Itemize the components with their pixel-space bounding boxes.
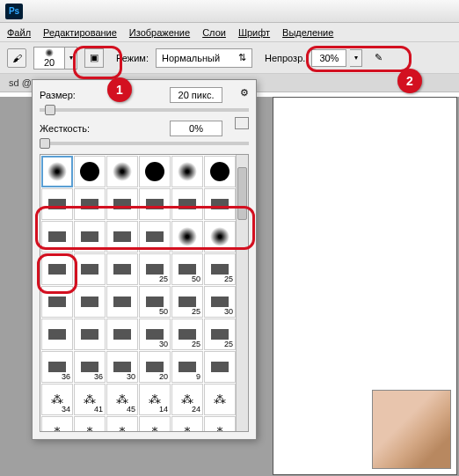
brush-panel-toggle[interactable]: ▣ — [84, 48, 104, 68]
gear-icon[interactable]: ⚙ — [240, 87, 249, 99]
brush-size-label: 9 — [196, 372, 200, 381]
menu-edit[interactable]: Редактирование — [43, 27, 117, 38]
brush-preset-cell[interactable]: ⁂ — [204, 384, 236, 415]
brush-preset-cell[interactable]: ⁂41 — [74, 384, 106, 415]
brush-preset-cell[interactable]: ⁂45 — [106, 384, 138, 415]
brush-preset-cell[interactable]: ⁂59 — [139, 416, 171, 431]
brush-preset-cell[interactable] — [139, 156, 171, 187]
brush-size-label: 50 — [159, 307, 168, 316]
size-slider[interactable] — [40, 108, 249, 112]
brush-preset-cell[interactable] — [74, 319, 106, 350]
brush-preset-cell[interactable]: 30 — [204, 286, 236, 318]
brush-preset-cell[interactable]: ⁂17 — [204, 416, 236, 431]
new-brush-icon[interactable] — [235, 117, 249, 129]
hardness-input[interactable] — [170, 121, 222, 136]
brush-size-label: 25 — [192, 340, 200, 348]
brush-thumb-icon: ⁂ — [51, 425, 63, 431]
brush-preset-cell[interactable]: ⁂24 — [171, 384, 203, 415]
menu-layers[interactable]: Слои — [202, 27, 226, 38]
brush-preset-cell[interactable] — [106, 156, 138, 187]
brush-thumb-icon — [113, 264, 131, 275]
brush-preset-cell[interactable]: 30 — [106, 351, 138, 383]
brush-size-display: 20 — [44, 57, 55, 68]
brush-size-label: 36 — [62, 372, 70, 381]
pressure-icon[interactable]: ✎ — [375, 52, 382, 63]
brush-preset-picker[interactable]: 20 — [33, 47, 65, 70]
brush-size-label: 34 — [62, 405, 70, 414]
brush-preset-cell[interactable] — [171, 221, 203, 253]
brush-preset-cell[interactable]: ⁂27 — [41, 416, 73, 431]
brush-preset-cell[interactable] — [106, 319, 138, 350]
brush-preset-cell[interactable]: ⁂46 — [106, 416, 138, 431]
app-logo: Ps — [5, 4, 23, 19]
brush-thumb-icon — [48, 329, 66, 340]
brush-preset-cell[interactable]: 25 — [139, 253, 171, 285]
scrollbar[interactable] — [236, 155, 248, 431]
brush-preset-cell[interactable] — [41, 253, 73, 285]
brush-preset-cell[interactable]: ⁂39 — [74, 416, 106, 431]
opacity-dropdown-arrow[interactable]: ▾ — [350, 49, 362, 67]
brush-thumb-icon — [178, 362, 196, 372]
brush-preset-cell[interactable]: 20 — [139, 351, 171, 383]
brush-preset-cell[interactable]: 30 — [139, 319, 171, 350]
brush-preset-cell[interactable]: 50 — [171, 253, 203, 285]
brush-thumb-icon — [146, 297, 164, 307]
brush-thumb-icon — [211, 329, 229, 340]
brush-thumb-icon — [211, 264, 229, 275]
brush-preset-cell[interactable] — [204, 156, 236, 187]
brush-preset-cell[interactable]: 25 — [204, 253, 236, 285]
brush-thumb-icon — [81, 264, 98, 275]
brush-preset-cell[interactable]: ⁂11 — [171, 416, 203, 431]
brush-preset-cell[interactable] — [74, 221, 106, 253]
brush-preset-cell[interactable] — [41, 286, 73, 318]
brush-preset-cell[interactable] — [74, 156, 106, 187]
brush-preset-cell[interactable] — [41, 319, 73, 350]
brush-preset-cell[interactable] — [41, 221, 73, 253]
canvas[interactable] — [273, 97, 457, 475]
menu-select[interactable]: Выделение — [282, 27, 333, 38]
blend-mode-select[interactable]: Нормальный ⇅ — [156, 48, 252, 68]
brush-thumb-icon: ⁂ — [181, 425, 193, 431]
brush-tool-icon[interactable]: 🖌 — [7, 48, 26, 68]
hardness-slider[interactable] — [40, 142, 249, 145]
brush-preset-cell[interactable]: ⁂14 — [139, 384, 171, 415]
brush-preset-cell[interactable] — [41, 188, 73, 220]
brush-thumb-icon — [178, 264, 196, 275]
brush-thumb-icon — [178, 297, 196, 307]
brush-size-label: 25 — [224, 340, 233, 348]
brush-thumb-icon — [146, 231, 164, 242]
menu-image[interactable]: Изображение — [129, 27, 190, 38]
brush-preset-cell[interactable]: 36 — [41, 351, 73, 383]
brush-size-label: 20 — [159, 372, 168, 381]
callout-num-2: 2 — [397, 69, 422, 93]
brush-preset-cell[interactable] — [106, 253, 138, 285]
brush-preset-cell[interactable] — [139, 188, 171, 220]
brush-preset-cell[interactable] — [106, 188, 138, 220]
brush-preset-cell[interactable] — [139, 221, 171, 253]
brush-preset-cell[interactable] — [74, 188, 106, 220]
brush-preset-cell[interactable] — [204, 221, 236, 253]
brush-preset-cell[interactable]: 50 — [139, 286, 171, 318]
brush-preset-cell[interactable] — [41, 156, 73, 187]
size-input[interactable] — [170, 87, 222, 103]
brush-size-label: 50 — [192, 275, 200, 283]
brush-preset-cell[interactable] — [171, 188, 203, 220]
menu-file[interactable]: Файл — [7, 27, 31, 38]
brush-preset-cell[interactable]: 9 — [171, 351, 203, 383]
brush-dropdown-arrow[interactable]: ▾ — [65, 47, 77, 70]
brush-preset-cell[interactable]: 25 — [171, 286, 203, 318]
brush-preset-cell[interactable] — [204, 351, 236, 383]
brush-preset-cell[interactable]: 36 — [74, 351, 106, 383]
brush-preset-cell[interactable] — [106, 286, 138, 318]
brush-preset-cell[interactable]: 25 — [204, 319, 236, 350]
brush-preset-cell[interactable] — [171, 156, 203, 187]
brush-preset-cell[interactable] — [74, 286, 106, 318]
brush-preset-cell[interactable] — [106, 221, 138, 253]
menu-type[interactable]: Шрифт — [238, 27, 270, 38]
opacity-input[interactable] — [311, 49, 346, 67]
brush-preset-cell[interactable] — [74, 253, 106, 285]
brush-preset-cell[interactable]: ⁂34 — [41, 384, 73, 415]
scroll-thumb[interactable] — [237, 167, 247, 220]
brush-preset-cell[interactable] — [204, 188, 236, 220]
brush-preset-cell[interactable]: 25 — [171, 319, 203, 350]
